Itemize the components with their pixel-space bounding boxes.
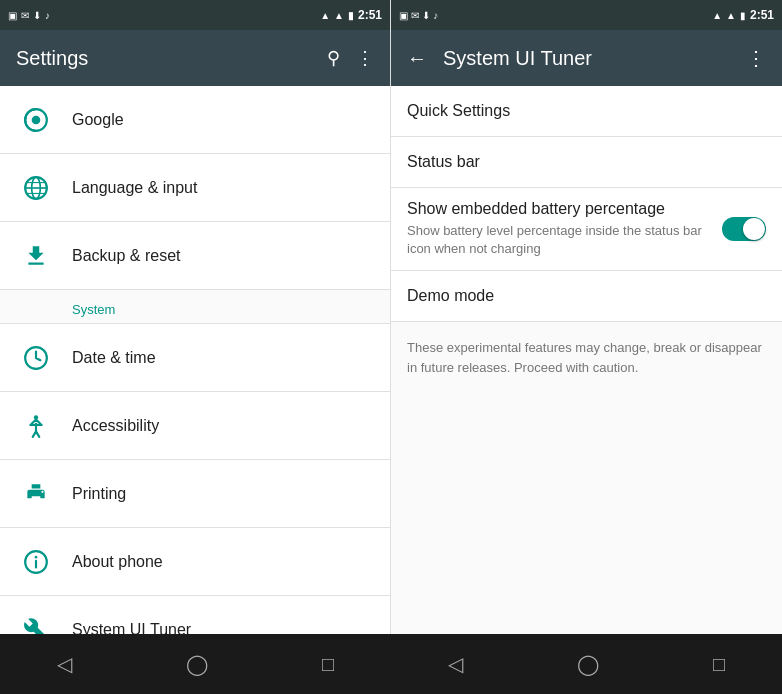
settings-item-about[interactable]: About phone: [0, 528, 390, 596]
info-icon: [16, 542, 56, 582]
right-nav-panel: ◁ ◯ □: [391, 634, 782, 694]
settings-item-google[interactable]: Google: [0, 86, 390, 154]
search-icon[interactable]: ⚲: [327, 47, 340, 69]
right-battery-icon: ▮: [740, 10, 746, 21]
tuner-item-demo-mode[interactable]: Demo mode: [391, 271, 782, 322]
left-nav-panel: ◁ ◯ □: [0, 634, 391, 694]
tuner-item-status-bar[interactable]: Status bar: [391, 137, 782, 188]
status-bar-system: ▲ ▲ ▮ 2:51: [320, 8, 382, 22]
google-icon: [16, 100, 56, 140]
left-recent-nav[interactable]: □: [314, 645, 342, 684]
datetime-label: Date & time: [72, 349, 156, 367]
back-button[interactable]: ←: [407, 47, 427, 70]
clock-icon: [16, 338, 56, 378]
accessibility-label: Accessibility: [72, 417, 159, 435]
right-notif-3: ⬇: [422, 10, 430, 21]
svg-point-1: [32, 115, 41, 124]
battery-toggle-desc: Show battery level percentage inside the…: [407, 222, 706, 258]
status-bar-label: Status bar: [407, 153, 480, 170]
settings-item-datetime[interactable]: Date & time: [0, 324, 390, 392]
notif-icon-4: ♪: [45, 10, 50, 21]
right-notif-icons: ▣ ✉ ⬇ ♪: [399, 9, 438, 21]
right-notif-1: ▣: [399, 10, 408, 21]
tuner-item-quick-settings[interactable]: Quick Settings: [391, 86, 782, 137]
settings-item-printing[interactable]: Printing: [0, 460, 390, 528]
right-back-nav[interactable]: ◁: [440, 644, 471, 684]
settings-panel: ▣ ✉ ⬇ ♪ ▲ ▲ ▮ 2:51 Settings ⚲ ⋮: [0, 0, 391, 634]
right-system-icons: ▲ ▲ ▮ 2:51: [712, 8, 774, 22]
settings-item-backup[interactable]: Backup & reset: [0, 222, 390, 290]
about-label: About phone: [72, 553, 163, 571]
right-notif-2: ✉: [411, 10, 419, 21]
wrench-icon: [16, 610, 56, 635]
tuner-header: ← System UI Tuner ⋮: [391, 30, 782, 86]
settings-item-language[interactable]: Language & input: [0, 154, 390, 222]
notif-icon-2: ✉: [21, 10, 29, 21]
backup-icon: [16, 236, 56, 276]
tuner-panel: ▣ ✉ ⬇ ♪ ▲ ▲ ▮ 2:51 ← System UI Tuner ⋮ Q…: [391, 0, 782, 634]
right-home-nav[interactable]: ◯: [569, 644, 607, 684]
tuner-item-battery-pct[interactable]: Show embedded battery percentage Show ba…: [391, 188, 782, 271]
right-time-display: 2:51: [750, 8, 774, 22]
left-back-nav[interactable]: ◁: [49, 644, 80, 684]
battery-icon: ▮: [348, 10, 354, 21]
right-status-bar: ▣ ✉ ⬇ ♪ ▲ ▲ ▮ 2:51: [391, 0, 782, 30]
battery-toggle-switch[interactable]: [722, 217, 766, 241]
status-bar-notifications: ▣ ✉ ⬇ ♪: [8, 10, 50, 21]
right-wifi-icon: ▲: [726, 10, 736, 21]
signal-icon: ▲: [320, 10, 330, 21]
right-recent-nav[interactable]: □: [705, 645, 733, 684]
printing-label: Printing: [72, 485, 126, 503]
header-actions: ⚲ ⋮: [327, 47, 374, 69]
google-label: Google: [72, 111, 124, 129]
left-home-nav[interactable]: ◯: [178, 644, 216, 684]
wifi-icon: ▲: [334, 10, 344, 21]
settings-item-tuner[interactable]: System UI Tuner: [0, 596, 390, 634]
notif-icon-1: ▣: [8, 10, 17, 21]
left-status-bar: ▣ ✉ ⬇ ♪ ▲ ▲ ▮ 2:51: [0, 0, 390, 30]
language-label: Language & input: [72, 179, 197, 197]
settings-item-accessibility[interactable]: Accessibility: [0, 392, 390, 460]
tuner-more-icon[interactable]: ⋮: [746, 46, 766, 70]
settings-header: Settings ⚲ ⋮: [0, 30, 390, 86]
tuner-list: Quick Settings Status bar Show embedded …: [391, 86, 782, 634]
quick-settings-label: Quick Settings: [407, 102, 510, 119]
notif-icon-3: ⬇: [33, 10, 41, 21]
bottom-navigation: ◁ ◯ □ ◁ ◯ □: [0, 634, 782, 694]
toggle-knob: [743, 218, 765, 240]
print-icon: [16, 474, 56, 514]
system-section-header: System: [0, 290, 390, 324]
tuner-note: These experimental features may change, …: [391, 322, 782, 393]
svg-point-12: [35, 555, 38, 558]
time-display: 2:51: [358, 8, 382, 22]
tuner-label: System UI Tuner: [72, 621, 191, 635]
settings-title: Settings: [16, 47, 88, 70]
more-options-icon[interactable]: ⋮: [356, 47, 374, 69]
tuner-title: System UI Tuner: [443, 47, 730, 70]
right-signal-icon: ▲: [712, 10, 722, 21]
demo-mode-label: Demo mode: [407, 287, 494, 304]
system-section-label: System: [72, 302, 115, 317]
settings-list: Google Language & input: [0, 86, 390, 634]
right-notif-4: ♪: [433, 10, 438, 21]
battery-toggle-title: Show embedded battery percentage: [407, 200, 706, 218]
backup-label: Backup & reset: [72, 247, 181, 265]
language-icon: [16, 168, 56, 208]
accessibility-icon: [16, 406, 56, 446]
tuner-note-text: These experimental features may change, …: [407, 340, 762, 375]
battery-toggle-content: Show embedded battery percentage Show ba…: [407, 200, 706, 258]
